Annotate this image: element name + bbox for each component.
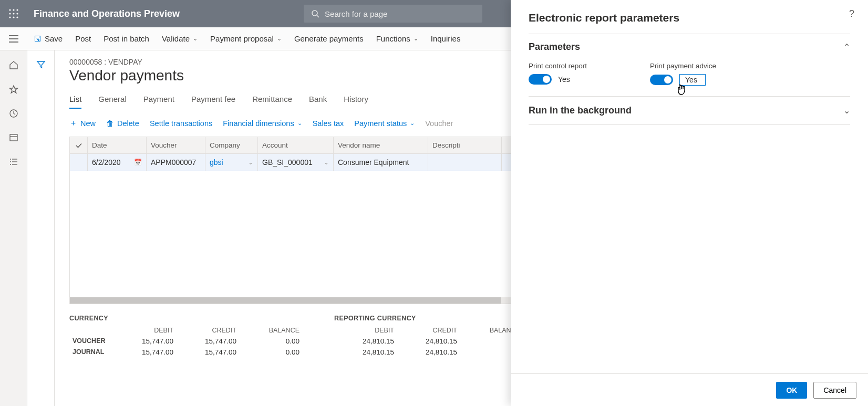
panel-title: Electronic report parameters bbox=[529, 12, 850, 24]
ok-button[interactable]: OK bbox=[776, 382, 807, 399]
settle-button[interactable]: Settle transactions bbox=[150, 119, 212, 128]
col-voucher[interactable]: Voucher bbox=[147, 137, 205, 153]
favorites-icon[interactable] bbox=[8, 84, 19, 95]
journal-debit: 15,747.00 bbox=[113, 347, 177, 358]
payment-status-menu[interactable]: Payment status⌄ bbox=[354, 119, 415, 128]
tab-list[interactable]: List bbox=[69, 95, 81, 109]
validate-label: Validate bbox=[162, 34, 190, 43]
generate-payments-button[interactable]: Generate payments bbox=[294, 34, 364, 43]
fin-dim-label: Financial dimensions bbox=[223, 119, 294, 128]
parameters-header[interactable]: Parameters ⌃ bbox=[529, 41, 850, 53]
sales-tax-label: Sales tax bbox=[313, 119, 344, 128]
r-journal-credit: 24,810.15 bbox=[397, 347, 460, 358]
r-col-debit: DEBIT bbox=[334, 325, 397, 336]
voucher-button[interactable]: Voucher bbox=[425, 119, 453, 128]
post-in-batch-button[interactable]: Post in batch bbox=[104, 34, 149, 43]
cell-company[interactable]: gbsi⌄ bbox=[205, 154, 258, 171]
validate-menu[interactable]: Validate⌄ bbox=[162, 34, 198, 43]
account-value: GB_SI_000001 bbox=[262, 158, 313, 166]
inquiries-button[interactable]: Inquiries bbox=[431, 34, 461, 43]
panel-footer: OK Cancel bbox=[511, 373, 868, 406]
workspaces-icon[interactable] bbox=[8, 132, 19, 143]
settle-label: Settle transactions bbox=[150, 119, 212, 128]
journal-balance: 0.00 bbox=[240, 347, 303, 358]
chevron-down-icon[interactable]: ⌄ bbox=[248, 159, 253, 166]
scrollbar-thumb[interactable] bbox=[70, 297, 501, 304]
col-credit: CREDIT bbox=[177, 325, 240, 336]
select-all-checkbox[interactable] bbox=[70, 137, 88, 153]
svg-point-6 bbox=[9, 16, 11, 18]
app-title: Finance and Operations Preview bbox=[34, 8, 180, 19]
post-button[interactable]: Post bbox=[75, 34, 91, 43]
print-control-label: Print control report bbox=[529, 62, 587, 70]
post-label: Post bbox=[75, 34, 91, 43]
chevron-down-icon: ⌄ bbox=[297, 120, 302, 127]
cell-description[interactable] bbox=[428, 154, 502, 171]
tab-payment[interactable]: Payment bbox=[143, 95, 174, 109]
cell-date[interactable]: 6/2/2020📅 bbox=[88, 154, 147, 171]
functions-menu[interactable]: Functions⌄ bbox=[376, 34, 418, 43]
run-background-title: Run in the background bbox=[529, 105, 632, 116]
reporting-title: REPORTING CURRENCY bbox=[334, 315, 523, 322]
tab-bank[interactable]: Bank bbox=[309, 95, 327, 109]
svg-point-7 bbox=[13, 16, 14, 18]
print-control-report-field: Print control report Yes bbox=[529, 62, 587, 86]
calendar-icon[interactable]: 📅 bbox=[134, 159, 142, 166]
filter-strip bbox=[27, 50, 55, 406]
print-advice-toggle[interactable] bbox=[650, 75, 673, 85]
cell-voucher[interactable]: APPM000007 bbox=[147, 154, 205, 171]
toggle-knob bbox=[664, 76, 671, 84]
voucher-balance: 0.00 bbox=[240, 336, 303, 347]
new-button[interactable]: ＋New bbox=[69, 118, 96, 128]
nav-toggle-button[interactable] bbox=[0, 27, 27, 50]
chevron-down-icon: ⌄ bbox=[193, 35, 198, 42]
row-selector[interactable] bbox=[70, 154, 88, 171]
voucher-credit: 15,747.00 bbox=[177, 336, 240, 347]
functions-label: Functions bbox=[376, 34, 410, 43]
tab-history[interactable]: History bbox=[344, 95, 368, 109]
tab-general[interactable]: General bbox=[98, 95, 126, 109]
reporting-currency-summary: REPORTING CURRENCY DEBIT CREDIT BALANCE … bbox=[334, 315, 523, 358]
payment-proposal-menu[interactable]: Payment proposal⌄ bbox=[210, 34, 282, 43]
home-icon[interactable] bbox=[8, 60, 19, 70]
parameters-section: Parameters ⌃ Print control report Yes Pr… bbox=[529, 34, 850, 97]
filter-icon[interactable] bbox=[36, 60, 46, 406]
left-nav bbox=[0, 50, 27, 406]
svg-point-4 bbox=[13, 13, 14, 14]
post-in-batch-label: Post in batch bbox=[104, 34, 149, 43]
recent-icon[interactable] bbox=[8, 108, 19, 119]
col-vendor-name[interactable]: Vendor name bbox=[334, 137, 428, 153]
tab-payment-fee[interactable]: Payment fee bbox=[191, 95, 235, 109]
new-label: New bbox=[80, 119, 96, 128]
cell-vendor-name[interactable]: Consumer Equipment bbox=[334, 154, 428, 171]
tab-remittance[interactable]: Remittance bbox=[252, 95, 292, 109]
chevron-down-icon: ⌄ bbox=[277, 35, 282, 42]
save-button[interactable]: 🖫Save bbox=[34, 34, 63, 43]
delete-button[interactable]: 🗑Delete bbox=[106, 119, 139, 128]
inquiries-label: Inquiries bbox=[431, 34, 461, 43]
col-date[interactable]: Date bbox=[88, 137, 147, 153]
svg-rect-15 bbox=[10, 134, 17, 141]
cancel-button[interactable]: Cancel bbox=[813, 382, 856, 399]
cell-account[interactable]: GB_SI_000001⌄ bbox=[258, 154, 334, 171]
delete-label: Delete bbox=[117, 119, 139, 128]
run-background-header[interactable]: Run in the background ⌄ bbox=[529, 105, 850, 116]
print-advice-label: Print payment advice bbox=[650, 62, 716, 70]
svg-point-0 bbox=[9, 9, 11, 11]
search-input[interactable]: Search for a page bbox=[304, 5, 482, 23]
chevron-up-icon: ⌃ bbox=[843, 42, 850, 52]
plus-icon: ＋ bbox=[69, 118, 77, 128]
currency-summary: CURRENCY DEBIT CREDIT BALANCE VOUCHER 15… bbox=[69, 315, 303, 358]
col-account[interactable]: Account bbox=[258, 137, 334, 153]
sales-tax-button[interactable]: Sales tax bbox=[313, 119, 344, 128]
chevron-down-icon: ⌄ bbox=[410, 120, 415, 127]
app-launcher-icon[interactable] bbox=[0, 0, 27, 27]
chevron-down-icon: ⌄ bbox=[843, 106, 850, 116]
print-control-toggle[interactable] bbox=[529, 74, 552, 85]
financial-dimensions-menu[interactable]: Financial dimensions⌄ bbox=[223, 119, 302, 128]
modules-icon[interactable] bbox=[8, 157, 19, 167]
col-description[interactable]: Descripti bbox=[428, 137, 502, 153]
chevron-down-icon[interactable]: ⌄ bbox=[324, 159, 329, 166]
col-company[interactable]: Company bbox=[205, 137, 258, 153]
generate-payments-label: Generate payments bbox=[294, 34, 364, 43]
